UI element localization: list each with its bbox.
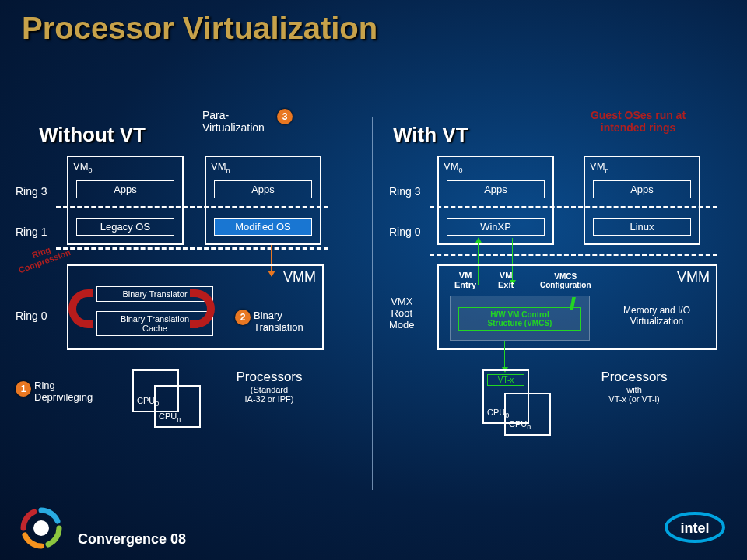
vm-exit-label: VM Exit: [498, 271, 514, 289]
ring1-label-left: Ring 1: [16, 226, 47, 238]
processors-label-right: Processors with VT-x (or VT-i): [568, 369, 700, 404]
dash-line: [430, 254, 717, 256]
vmn-box-right: VMn Apps Linux: [584, 156, 700, 245]
apps-box: Apps: [447, 180, 545, 198]
guest-os-note: Guest OSes run at intended rings: [560, 109, 716, 134]
ring3-label-right: Ring 3: [389, 185, 420, 198]
ring0-label-right: Ring 0: [389, 226, 420, 238]
vm0-box-left: VM0 Apps Legacy OS: [67, 156, 184, 245]
vtx-box: VT-x: [487, 374, 524, 386]
double-slash-icon: //: [570, 294, 573, 314]
apps-box: Apps: [214, 180, 312, 198]
vmm-label: VMM: [677, 269, 710, 285]
svg-text:intel: intel: [680, 520, 709, 536]
vmx-root-mode-label: VMX Root Mode: [389, 296, 415, 331]
badge-1: 1: [16, 381, 31, 397]
ring3-label-left: Ring 3: [16, 185, 47, 198]
vm-entry-label: VM Entry: [454, 271, 476, 289]
cpun-box-left: CPUn: [154, 385, 201, 428]
para-virtualization-label: Para- Virtualization: [202, 109, 265, 134]
linux-box: Linux: [593, 218, 691, 236]
ring-deprivileging-label: Ring Deprivileging: [34, 380, 93, 403]
winxp-box: WinXP: [447, 218, 545, 236]
mem-io-label: Memory and I/O Virtualization: [602, 305, 711, 327]
processors-label-left: Processors (Standard IA-32 or IPF): [215, 369, 324, 404]
binary-translation-label: Binary Translation: [254, 310, 303, 333]
intel-logo-icon: intel: [665, 510, 725, 544]
vmcs-container: H/W VM Control Structure (VMCS): [450, 296, 590, 341]
footer-text: Convergence 08: [78, 531, 186, 548]
convergence-logo-icon: [20, 507, 62, 549]
ring-compression-label: Ring Compression: [14, 239, 72, 275]
svg-point-0: [33, 520, 49, 536]
heading-without-vt: Without VT: [39, 123, 146, 147]
vmn-label: VMn: [211, 160, 230, 174]
vmcs-config-label: VMCS Configuration: [540, 272, 591, 289]
vmm-label: VMM: [283, 269, 316, 285]
vm0-label: VM0: [73, 160, 93, 174]
vmcs-to-cpu-arrow-icon: [504, 341, 505, 372]
ring0-label-left: Ring 0: [16, 310, 47, 322]
vm0-label: VM0: [444, 160, 463, 174]
cpun-box-right: CPUn: [504, 393, 551, 436]
apps-box: Apps: [76, 180, 174, 198]
slide-title: Processor Virtualization: [22, 11, 377, 46]
heading-with-vt: With VT: [393, 123, 468, 147]
apps-box: Apps: [593, 180, 691, 198]
badge-3: 3: [277, 109, 293, 124]
dash-line: [56, 247, 328, 250]
vm0-box-right: VM0 Apps WinXP: [437, 156, 554, 245]
vmn-label: VMn: [590, 160, 609, 174]
vmn-box-left: VMn Apps Modified OS: [205, 156, 321, 245]
badge-2: 2: [235, 310, 251, 325]
vmm-box-right: VMM VM Entry VM Exit VMCS Configuration …: [437, 264, 717, 350]
divider: [372, 117, 374, 490]
vmcs-box: H/W VM Control Structure (VMCS): [458, 307, 581, 331]
legacy-os-box: Legacy OS: [76, 218, 174, 236]
modified-os-box: Modified OS: [214, 218, 312, 236]
